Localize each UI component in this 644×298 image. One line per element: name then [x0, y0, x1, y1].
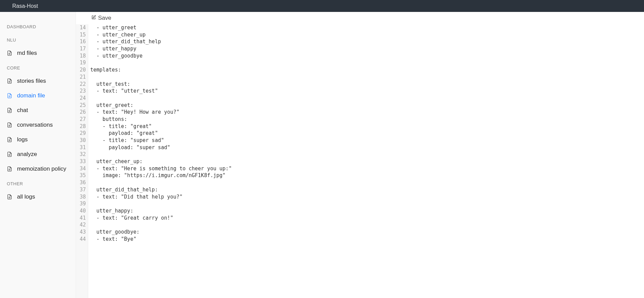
line-number: 27: [78, 116, 86, 123]
sidebar-item-label: analyze: [17, 151, 69, 158]
line-number: 18: [78, 52, 86, 60]
code-line[interactable]: [90, 151, 232, 158]
file-icon: [7, 122, 13, 128]
line-number: 25: [78, 102, 86, 109]
sidebar-item-chat[interactable]: chat: [0, 103, 76, 118]
sidebar-item-analyze[interactable]: analyze: [0, 147, 76, 162]
code-line[interactable]: - title: "great": [90, 123, 232, 130]
sidebar-item-label: logs: [17, 136, 69, 144]
sidebar: DASHBOARDNLUmd filesCOREstories filesdom…: [0, 12, 76, 298]
code-line[interactable]: buttons:: [90, 116, 232, 123]
file-icon: [7, 107, 13, 113]
line-number: 28: [78, 123, 86, 130]
line-number: 32: [78, 151, 86, 158]
line-number: 38: [78, 193, 86, 201]
line-number: 42: [78, 221, 86, 229]
edit-icon: [91, 15, 96, 21]
code-line[interactable]: utter_greet:: [90, 102, 232, 109]
line-number: 31: [78, 144, 86, 151]
line-number: 24: [78, 95, 86, 102]
line-number: 37: [78, 186, 86, 193]
app-title: Rasa-Host: [12, 3, 38, 9]
code-line[interactable]: utter_test:: [90, 81, 232, 88]
line-number: 30: [78, 137, 86, 144]
line-number: 19: [78, 59, 86, 66]
line-number: 40: [78, 207, 86, 215]
code-line[interactable]: - text: "Did that help you?": [90, 193, 232, 201]
line-number: 20: [78, 66, 86, 74]
sidebar-item-label: md files: [17, 49, 69, 57]
code-line[interactable]: - text: "Bye": [90, 236, 232, 243]
line-number: 44: [78, 236, 86, 243]
line-number-gutter: 1415161718192021222324252627282930313233…: [76, 24, 88, 298]
code-line[interactable]: [90, 95, 232, 102]
code-line[interactable]: - utter_greet: [90, 24, 232, 31]
file-icon: [7, 93, 13, 99]
sidebar-item-label: chat: [17, 107, 69, 114]
line-number: 15: [78, 31, 86, 38]
sidebar-item-label: stories files: [17, 77, 69, 85]
sidebar-item-label: all logs: [17, 193, 69, 201]
code-line[interactable]: utter_cheer_up:: [90, 158, 232, 165]
line-number: 23: [78, 88, 86, 95]
code-line[interactable]: [90, 179, 232, 186]
sidebar-section-title: NLU: [0, 33, 76, 46]
code-line[interactable]: - text: "Great carry on!": [90, 215, 232, 222]
code-line[interactable]: - utter_goodbye: [90, 52, 232, 60]
line-number: 21: [78, 74, 86, 81]
code-line[interactable]: - utter_happy: [90, 45, 232, 52]
sidebar-section-title: OTHER: [0, 176, 76, 190]
code-line[interactable]: utter_did_that_help:: [90, 186, 232, 193]
code-line[interactable]: templates:: [90, 66, 232, 74]
line-number: 39: [78, 200, 86, 207]
sidebar-item-label: domain file: [17, 92, 69, 100]
line-number: 14: [78, 24, 86, 31]
code-line[interactable]: image: "https://i.imgur.com/nGF1K8f.jpg": [90, 172, 232, 179]
sidebar-item-label: memoization policy: [17, 165, 69, 173]
file-icon: [7, 78, 13, 84]
sidebar-section-title: DASHBOARD: [0, 19, 76, 33]
code-line[interactable]: - text: "utter_test": [90, 88, 232, 95]
line-number: 34: [78, 165, 86, 172]
save-button[interactable]: Save: [91, 15, 111, 21]
code-line[interactable]: - title: "super sad": [90, 137, 232, 144]
line-number: 35: [78, 172, 86, 179]
code-line[interactable]: [90, 74, 232, 81]
sidebar-item-md-files[interactable]: md files: [0, 46, 76, 61]
line-number: 16: [78, 38, 86, 45]
sidebar-item-conversations[interactable]: conversations: [0, 118, 76, 132]
line-number: 41: [78, 215, 86, 222]
file-icon: [7, 166, 13, 172]
sidebar-item-stories-files[interactable]: stories files: [0, 74, 76, 89]
code-line[interactable]: utter_goodbye:: [90, 229, 232, 236]
file-icon: [7, 151, 13, 157]
code-line[interactable]: [90, 200, 232, 207]
file-icon: [7, 50, 13, 56]
code-line[interactable]: - text: "Hey! How are you?": [90, 109, 232, 116]
code-line[interactable]: - utter_did_that_help: [90, 38, 232, 45]
line-number: 22: [78, 81, 86, 88]
code-line[interactable]: payload: "super sad": [90, 144, 232, 151]
code-line[interactable]: payload: "great": [90, 130, 232, 137]
code-editor[interactable]: 1415161718192021222324252627282930313233…: [76, 24, 644, 298]
line-number: 33: [78, 158, 86, 165]
code-content[interactable]: - utter_greet - utter_cheer_up - utter_d…: [88, 24, 232, 298]
sidebar-item-label: conversations: [17, 121, 69, 129]
code-line[interactable]: [90, 59, 232, 66]
code-line[interactable]: - utter_cheer_up: [90, 31, 232, 38]
line-number: 43: [78, 229, 86, 236]
code-line[interactable]: utter_happy:: [90, 207, 232, 215]
line-number: 17: [78, 45, 86, 52]
code-line[interactable]: - text: "Here is something to cheer you …: [90, 165, 232, 172]
sidebar-item-domain-file[interactable]: domain file: [0, 89, 76, 103]
sidebar-item-memoization-policy[interactable]: memoization policy: [0, 162, 76, 176]
code-line[interactable]: [90, 221, 232, 229]
sidebar-item-all-logs[interactable]: all logs: [0, 190, 76, 204]
sidebar-item-logs[interactable]: logs: [0, 132, 76, 147]
app-header: Rasa-Host: [0, 0, 644, 12]
editor-toolbar: Save: [76, 12, 644, 24]
file-icon: [7, 137, 13, 143]
line-number: 29: [78, 130, 86, 137]
save-label: Save: [98, 15, 111, 21]
main-panel: Save 14151617181920212223242526272829303…: [76, 12, 644, 298]
